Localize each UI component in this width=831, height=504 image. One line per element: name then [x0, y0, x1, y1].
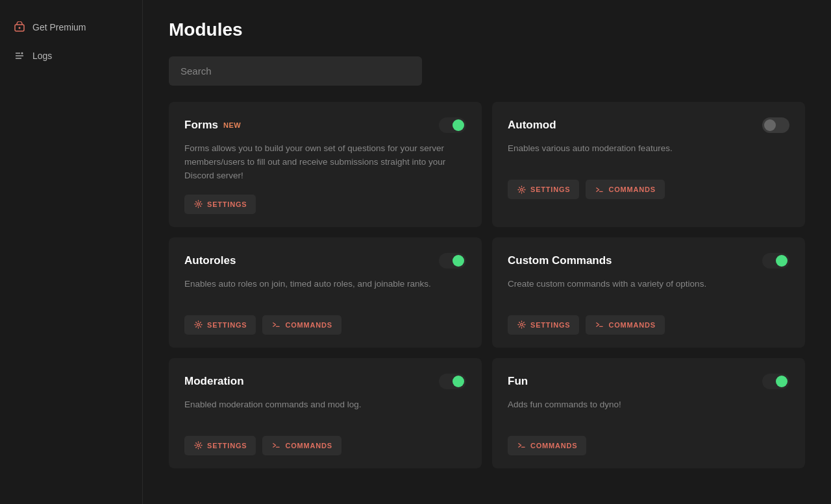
module-header-fun: Fun	[508, 374, 789, 389]
toggle-fun[interactable]	[762, 374, 789, 389]
toggle-automod[interactable]	[762, 117, 789, 133]
module-actions-automod: SETTINGS COMMANDS	[508, 180, 789, 199]
module-actions-custom-commands: SETTINGS COMMANDS	[508, 315, 789, 335]
module-title-moderation: Moderation	[184, 375, 244, 388]
settings-button-moderation[interactable]: SETTINGS	[184, 436, 256, 455]
svg-point-9	[197, 324, 199, 326]
commands-label: COMMANDS	[608, 186, 655, 193]
module-header-moderation: Moderation	[184, 374, 466, 389]
settings-button-autoroles[interactable]: SETTINGS	[184, 315, 256, 335]
module-actions-autoroles: SETTINGS COMMANDS	[184, 315, 466, 335]
module-description-moderation: Enabled moderation commands and mod log.	[184, 398, 466, 424]
module-actions-fun: COMMANDS	[508, 436, 789, 455]
module-card-custom-commands: Custom Commands Create custom commands w…	[492, 237, 805, 348]
settings-button-forms[interactable]: SETTINGS	[184, 195, 256, 214]
commands-button-moderation[interactable]: COMMANDS	[262, 436, 341, 455]
svg-point-6	[197, 203, 199, 206]
terminal-icon	[595, 320, 604, 330]
terminal-icon	[517, 441, 526, 450]
settings-label: SETTINGS	[207, 321, 247, 329]
module-title-forms: Forms NEW	[184, 119, 241, 132]
toggle-moderation[interactable]	[439, 374, 466, 389]
gear-icon	[517, 320, 526, 330]
commands-label: COMMANDS	[285, 321, 332, 329]
module-description-autoroles: Enables auto roles on join, timed auto r…	[184, 278, 466, 304]
settings-label: SETTINGS	[207, 200, 247, 208]
commands-label: COMMANDS	[530, 442, 577, 450]
logs-icon	[13, 49, 26, 62]
module-description-custom-commands: Create custom commands with a variety of…	[508, 278, 789, 304]
svg-point-11	[520, 324, 523, 326]
svg-point-7	[520, 188, 523, 191]
main-content: Modules Forms NEW Forms allows you to bu…	[143, 0, 831, 504]
badge-new: NEW	[223, 121, 241, 129]
svg-point-5	[21, 53, 23, 54]
commands-button-fun[interactable]: COMMANDS	[508, 436, 586, 455]
settings-button-custom-commands[interactable]: SETTINGS	[508, 315, 579, 335]
sidebar-premium-label: Get Premium	[32, 22, 86, 32]
terminal-icon	[271, 441, 280, 450]
module-card-forms: Forms NEW Forms allows you to build your…	[169, 102, 482, 227]
terminal-icon	[595, 185, 604, 194]
module-header-custom-commands: Custom Commands	[508, 253, 789, 269]
commands-button-autoroles[interactable]: COMMANDS	[262, 315, 341, 335]
sidebar-item-logs[interactable]: Logs	[0, 42, 142, 70]
gear-icon	[193, 441, 203, 450]
module-description-fun: Adds fun commands to dyno!	[508, 398, 789, 424]
svg-point-1	[19, 27, 21, 29]
toggle-autoroles[interactable]	[439, 253, 466, 269]
module-description-forms: Forms allows you to build your own set o…	[184, 142, 466, 183]
modules-grid: Forms NEW Forms allows you to build your…	[169, 102, 805, 468]
commands-button-custom-commands[interactable]: COMMANDS	[586, 315, 664, 335]
toggle-forms[interactable]	[439, 117, 466, 133]
module-actions-forms: SETTINGS	[184, 195, 466, 214]
toggle-custom-commands[interactable]	[762, 253, 789, 269]
sidebar-item-premium[interactable]: Get Premium	[0, 13, 142, 42]
module-card-autoroles: Autoroles Enables auto roles on join, ti…	[169, 237, 482, 348]
gear-icon	[193, 200, 203, 209]
module-header-forms: Forms NEW	[184, 117, 466, 133]
gear-icon	[193, 320, 203, 330]
module-title-autoroles: Autoroles	[184, 254, 236, 267]
module-card-fun: Fun Adds fun commands to dyno! COMMANDS	[492, 358, 805, 468]
terminal-icon	[271, 320, 280, 330]
module-card-moderation: Moderation Enabled moderation commands a…	[169, 358, 482, 468]
premium-icon	[13, 21, 26, 34]
settings-label: SETTINGS	[207, 442, 247, 450]
module-description-automod: Enables various auto moderation features…	[508, 142, 789, 168]
settings-label: SETTINGS	[530, 186, 570, 193]
commands-button-automod[interactable]: COMMANDS	[586, 180, 664, 199]
settings-button-automod[interactable]: SETTINGS	[508, 180, 579, 199]
svg-point-13	[197, 444, 199, 447]
sidebar-logs-label: Logs	[32, 51, 52, 61]
module-header-automod: Automod	[508, 117, 789, 133]
gear-icon	[517, 185, 526, 194]
settings-label: SETTINGS	[530, 321, 570, 329]
page-title: Modules	[169, 19, 805, 40]
module-title-fun: Fun	[508, 375, 528, 388]
module-actions-moderation: SETTINGS COMMANDS	[184, 436, 466, 455]
sidebar: Get Premium Logs	[0, 0, 143, 504]
commands-label: COMMANDS	[285, 442, 332, 450]
module-card-automod: Automod Enables various auto moderation …	[492, 102, 805, 227]
module-title-custom-commands: Custom Commands	[508, 254, 612, 267]
module-title-automod: Automod	[508, 119, 556, 132]
module-header-autoroles: Autoroles	[184, 253, 466, 269]
search-input[interactable]	[169, 56, 422, 86]
commands-label: COMMANDS	[608, 321, 655, 329]
